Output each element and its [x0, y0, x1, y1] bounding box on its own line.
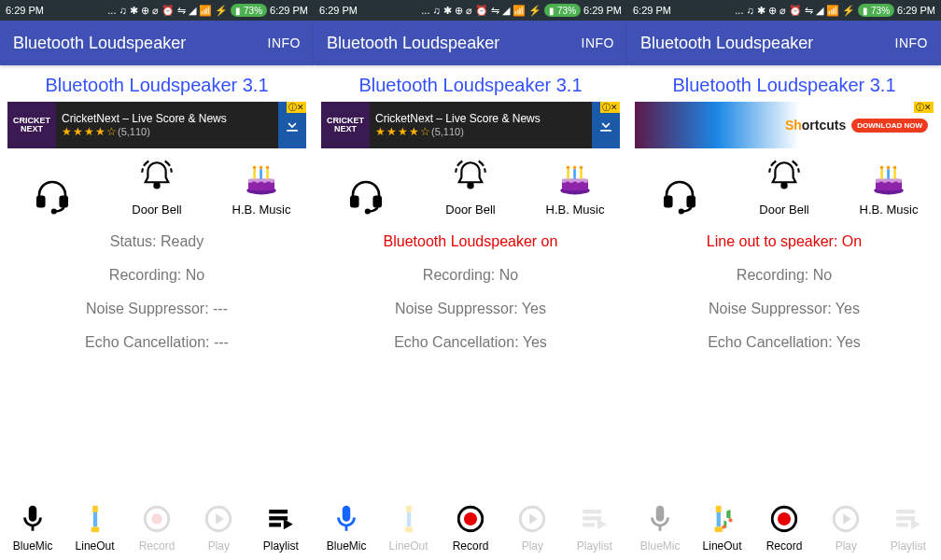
doorbell-button[interactable]: Door Bell — [433, 158, 508, 217]
svg-point-45 — [781, 183, 786, 188]
playlist-button[interactable]: Playlist — [566, 503, 624, 553]
hbmusic-button[interactable]: H.B. Music — [224, 158, 299, 217]
status-block: Line out to speaker: On Recording: No No… — [627, 217, 941, 499]
svg-rect-50 — [893, 169, 896, 179]
noise-status: Noise Suppressor: Yes — [709, 301, 860, 317]
recording-status: Recording: No — [423, 267, 518, 284]
record-button[interactable]: Record — [442, 503, 499, 553]
status-time: 6:29 PM — [319, 5, 358, 16]
status-block: Bluetooth Loudspeaker on Recording: No N… — [314, 217, 627, 499]
headset-button[interactable] — [15, 175, 90, 217]
mic-icon — [644, 503, 676, 539]
info-button[interactable]: INFO — [895, 35, 928, 50]
bluemic-button[interactable]: BlueMic — [317, 503, 375, 553]
status-time: 6:29 PM — [633, 5, 671, 16]
lineout-button[interactable]: LineOut — [66, 503, 124, 553]
ad-close-icon[interactable]: ⓘ✕ — [287, 102, 306, 113]
noise-status: Noise Suppressor: Yes — [395, 301, 546, 317]
ad-close-icon[interactable]: ⓘ✕ — [914, 102, 934, 113]
svg-point-3 — [154, 183, 159, 188]
svg-rect-41 — [583, 523, 595, 526]
svg-point-57 — [722, 525, 725, 528]
ad-banner[interactable]: Shortcuts DOWNLOAD NOW ⓘ✕ — [635, 102, 934, 148]
app-title: Bluetooth Loudspeaker — [640, 34, 813, 53]
info-button[interactable]: INFO — [268, 35, 301, 50]
hero-title: Bluetooth Loudspeaker 3.1 — [0, 65, 314, 102]
status-time-right: 6:29 PM — [897, 5, 935, 16]
status-time-right: 6:29 PM — [583, 5, 622, 16]
ad-banner[interactable]: CRICKETNEXT CricketNext – Live Score & N… — [7, 102, 306, 148]
playlist-icon — [265, 503, 297, 539]
svg-rect-39 — [583, 510, 601, 513]
hbmusic-label: H.B. Music — [546, 203, 605, 217]
svg-point-51 — [880, 166, 884, 170]
svg-rect-20 — [269, 523, 281, 526]
svg-rect-14 — [91, 527, 99, 533]
svg-rect-1 — [61, 197, 67, 207]
ad-logo: CRICKETNEXT — [321, 102, 370, 148]
bottom-bar: BlueMic LineOut Record Play Playlist — [627, 499, 941, 560]
svg-rect-42 — [665, 197, 671, 207]
bell-icon — [451, 158, 490, 201]
icon-row: Door Bell H.B. Music — [314, 154, 627, 217]
svg-rect-8 — [266, 169, 269, 179]
svg-rect-48 — [880, 169, 883, 179]
svg-point-58 — [728, 518, 732, 522]
record-icon — [141, 503, 173, 539]
svg-rect-55 — [716, 512, 720, 527]
svg-rect-7 — [260, 169, 262, 179]
lineout-button[interactable]: LineOut — [380, 503, 438, 553]
screen-1: 6:29 PM ... ♫ ✱ ⊕ ⌀ ⏰ ⇋ ◢ 📶 ⚡ ▮ 73% 6:29… — [314, 0, 627, 560]
svg-rect-12 — [92, 506, 98, 512]
record-button[interactable]: Record — [755, 503, 813, 553]
doorbell-button[interactable]: Door Bell — [747, 158, 822, 217]
play-button[interactable]: Play — [817, 503, 875, 553]
play-icon — [203, 503, 234, 539]
svg-point-23 — [366, 210, 370, 214]
battery-indicator: ▮ 73% — [231, 4, 267, 17]
headset-button[interactable] — [642, 175, 717, 217]
cake-icon — [869, 158, 908, 201]
svg-point-53 — [893, 166, 897, 170]
svg-rect-13 — [92, 512, 96, 527]
app-bar: Bluetooth Loudspeaker INFO — [314, 21, 627, 65]
cake-icon — [555, 158, 595, 201]
screen-2: 6:29 PM ... ♫ ✱ ⊕ ⌀ ⏰ ⇋ ◢ 📶 ⚡ ▮ 73% 6:29… — [627, 0, 941, 560]
mic-icon — [330, 503, 362, 539]
svg-rect-56 — [714, 527, 723, 533]
ad-close-icon[interactable]: ⓘ✕ — [600, 102, 620, 113]
svg-point-30 — [567, 166, 570, 170]
svg-rect-62 — [896, 510, 915, 513]
bottom-bar: BlueMic LineOut Record Play Playlist — [314, 499, 627, 560]
status-time-right: 6:29 PM — [270, 5, 308, 16]
svg-rect-33 — [406, 506, 412, 512]
headset-button[interactable] — [329, 175, 403, 217]
play-button[interactable]: Play — [190, 503, 247, 553]
ad-banner[interactable]: CRICKETNEXT CricketNext – Live Score & N… — [321, 102, 620, 148]
doorbell-button[interactable]: Door Bell — [119, 158, 194, 217]
hbmusic-button[interactable]: H.B. Music — [538, 158, 612, 217]
svg-rect-21 — [351, 197, 358, 207]
play-icon — [516, 503, 548, 539]
ad-logo: CRICKETNEXT — [7, 102, 56, 148]
hbmusic-button[interactable]: H.B. Music — [851, 158, 926, 217]
svg-point-10 — [260, 166, 263, 170]
app-title: Bluetooth Loudspeaker — [13, 34, 186, 53]
svg-rect-34 — [406, 512, 410, 527]
recording-status: Recording: No — [737, 267, 832, 284]
lineout-button[interactable]: LineOut — [694, 503, 751, 553]
lineout-icon — [393, 503, 425, 539]
record-button[interactable]: Record — [128, 503, 186, 553]
bluemic-button[interactable]: BlueMic — [631, 503, 689, 553]
record-icon — [455, 503, 486, 539]
ad-title: CricketNext – Live Score & News — [62, 112, 273, 125]
bluemic-button[interactable]: BlueMic — [4, 503, 62, 553]
play-button[interactable]: Play — [503, 503, 561, 553]
playlist-button[interactable]: Playlist — [879, 503, 937, 553]
info-button[interactable]: INFO — [582, 35, 614, 50]
playlist-button[interactable]: Playlist — [252, 503, 310, 553]
ad-stars-icon: ★★★★☆ — [62, 125, 118, 138]
svg-rect-54 — [715, 506, 721, 512]
svg-rect-27 — [567, 169, 569, 179]
svg-point-2 — [52, 210, 56, 214]
